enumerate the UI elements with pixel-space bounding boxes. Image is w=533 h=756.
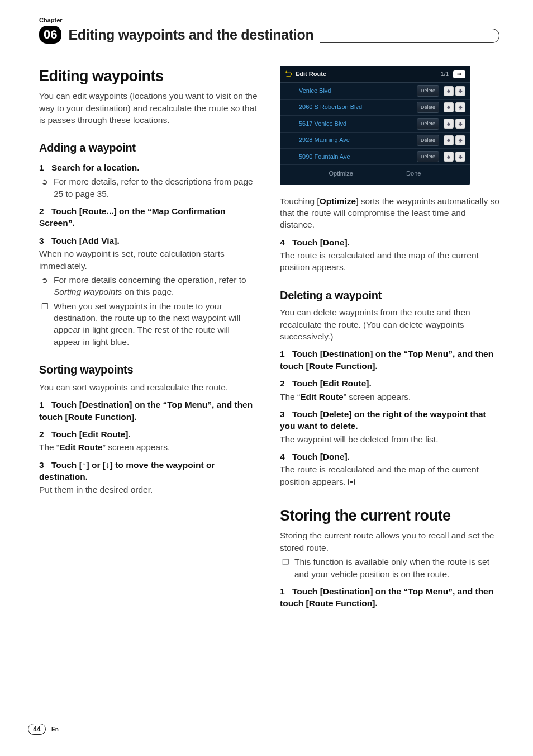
sorting-step-4: 4Touch [Done]. xyxy=(280,237,499,248)
adding-step-2-text: Touch [Route...] on the “Map Confirmatio… xyxy=(39,206,225,228)
adding-bullet-3b-text: When you set waypoints in the route to y… xyxy=(54,301,240,347)
deleting-step-1-text: Touch [Destination] on the “Top Menu”, a… xyxy=(280,349,493,370)
editing-intro: You can edit waypoints (locations you wa… xyxy=(39,90,259,126)
back-icon[interactable]: ⮌ xyxy=(284,69,292,79)
sorting-step-2-text: Touch [Edit Route]. xyxy=(51,429,131,439)
shot-footer: Optimize Done xyxy=(280,165,470,179)
down-icon[interactable]: ♣ xyxy=(455,135,465,145)
deleting-step-3-text: Touch [Delete] on the right of the waypo… xyxy=(280,409,486,431)
delete-button[interactable]: Delete xyxy=(417,151,439,162)
heading-editing-waypoints: Editing waypoints xyxy=(39,66,259,87)
delete-button[interactable]: Delete xyxy=(417,85,439,96)
up-icon[interactable]: ♠ xyxy=(444,135,454,145)
deleting-step-2: 2Touch [Edit Route]. xyxy=(280,377,499,389)
deleting-step-4: 4Touch [Done]. xyxy=(280,451,499,462)
storing-step-1-text: Touch [Destination] on the “Top Menu”, a… xyxy=(280,587,493,608)
adding-step-3-text: Touch [Add Via]. xyxy=(51,236,120,245)
left-column: Editing waypoints You can edit waypoints… xyxy=(39,66,259,609)
right-column: ⮌ Edit Route 1/1 ➟ Venice Blvd Delete ♠ … xyxy=(280,66,499,609)
sorting-intro: You can sort waypoints and recalculate t… xyxy=(39,381,259,393)
down-icon[interactable]: ♣ xyxy=(455,102,465,112)
up-icon[interactable]: ♠ xyxy=(444,152,454,162)
row-name[interactable]: Venice Blvd xyxy=(299,87,417,95)
adding-step-1: 1Search for a location. xyxy=(39,162,259,173)
page-number: 44 xyxy=(28,724,46,735)
pointer-icon: ➲ xyxy=(41,275,48,286)
heading-sorting-waypoints: Sorting waypoints xyxy=(39,362,259,378)
shot-row: 2928 Manning Ave Delete ♠ ♣ xyxy=(280,133,470,149)
adding-bullet-1-text: For more details, refer to the descripti… xyxy=(54,177,253,198)
adding-bullet-3b: ❐When you set waypoints in the route to … xyxy=(54,300,259,348)
shot-row: 2060 S Robertson Blvd Delete ♠ ♣ xyxy=(280,100,470,116)
heading-storing-route: Storing the current route xyxy=(280,505,499,526)
adding-bullet-3a: ➲For more details concerning the operati… xyxy=(54,274,259,298)
delete-button[interactable]: Delete xyxy=(417,102,439,113)
chapter-title: Editing waypoints and the destination xyxy=(68,27,313,43)
deleting-step-4-text: Touch [Done]. xyxy=(292,452,350,461)
storing-bullet-1: ❐This function is available only when th… xyxy=(294,556,499,580)
adding-step-2: 2Touch [Route...] on the “Map Confirmati… xyxy=(39,205,259,229)
deleting-intro: You can delete waypoints from the route … xyxy=(280,306,499,342)
deleting-step-1: 1Touch [Destination] on the “Top Menu”, … xyxy=(280,348,499,372)
sorting-step-4-body: The route is recalculated and the map of… xyxy=(280,249,499,273)
down-icon[interactable]: ♣ xyxy=(455,119,465,129)
deleting-step-2-text: Touch [Edit Route]. xyxy=(292,379,372,388)
shot-row: 5617 Venice Blvd Delete ♠ ♣ xyxy=(280,116,470,132)
row-name[interactable]: 5617 Venice Blvd xyxy=(299,120,417,128)
shot-header: ⮌ Edit Route 1/1 ➟ xyxy=(280,66,470,83)
chapter-header: 06 Editing waypoints and the destination xyxy=(39,26,499,44)
deleting-step-4-body: The route is recalculated and the map of… xyxy=(280,464,499,488)
chapter-number-badge: 06 xyxy=(39,26,61,44)
shot-row: Venice Blvd Delete ♠ ♣ xyxy=(280,83,470,99)
storing-intro: Storing the current route allows you to … xyxy=(280,530,499,554)
deleting-step-3: 3Touch [Delete] on the right of the wayp… xyxy=(280,408,499,432)
row-name[interactable]: 5090 Fountain Ave xyxy=(299,153,417,161)
up-icon[interactable]: ♠ xyxy=(444,86,454,96)
optimize-button[interactable]: Optimize xyxy=(329,169,353,178)
forward-icon[interactable]: ➟ xyxy=(453,70,465,78)
language-label: En xyxy=(51,726,59,733)
deleting-step-3-body: The waypoint will be deleted from the li… xyxy=(280,433,499,445)
adding-bullet-1: ➲For more details, refer to the descript… xyxy=(54,176,259,200)
page-footer: 44 En xyxy=(28,724,59,735)
sorting-step-3-text: Touch [↑] or [↓] to move the waypoint or… xyxy=(39,460,215,481)
down-icon[interactable]: ♣ xyxy=(455,86,465,96)
header-rule xyxy=(320,29,499,43)
storing-step-1: 1Touch [Destination] on the “Top Menu”, … xyxy=(280,585,499,609)
adding-step-3-body: When no waypoint is set, route calculati… xyxy=(39,248,259,272)
row-name[interactable]: 2060 S Robertson Blvd xyxy=(299,103,417,111)
up-icon[interactable]: ♠ xyxy=(444,102,454,112)
sorting-step-2-body: The “Edit Route” screen appears. xyxy=(39,441,259,453)
shot-pager: 1/1 xyxy=(441,70,449,78)
adding-bullet-3a-text: For more details concerning the operatio… xyxy=(54,275,246,296)
storing-bullet-1-text: This function is available only when the… xyxy=(294,557,489,578)
note-icon: ❐ xyxy=(282,557,289,568)
pointer-icon: ➲ xyxy=(41,177,48,187)
sorting-step-4-text: Touch [Done]. xyxy=(292,238,350,247)
chapter-label: Chapter xyxy=(39,17,499,23)
sorting-step-1: 1Touch [Destination] on the “Top Menu”, … xyxy=(39,399,259,423)
adding-step-3: 3Touch [Add Via]. xyxy=(39,235,259,247)
optimize-description: Touching [Optimize] sorts the waypoints … xyxy=(280,195,499,231)
row-name[interactable]: 2928 Manning Ave xyxy=(299,136,417,144)
shot-row: 5090 Fountain Ave Delete ♠ ♣ xyxy=(280,149,470,165)
delete-button[interactable]: Delete xyxy=(417,118,439,129)
note-icon: ❐ xyxy=(41,301,49,312)
sorting-step-3-body: Put them in the desired order. xyxy=(39,484,259,495)
up-icon[interactable]: ♠ xyxy=(444,119,454,129)
down-icon[interactable]: ♣ xyxy=(455,152,465,162)
adding-step-1-text: Search for a location. xyxy=(51,163,140,172)
deleting-step-2-body: The “Edit Route” screen appears. xyxy=(280,391,499,403)
done-button[interactable]: Done xyxy=(406,169,421,178)
edit-route-screenshot: ⮌ Edit Route 1/1 ➟ Venice Blvd Delete ♠ … xyxy=(280,66,470,185)
sorting-step-3: 3Touch [↑] or [↓] to move the waypoint o… xyxy=(39,459,259,483)
delete-button[interactable]: Delete xyxy=(417,135,439,146)
section-end-icon xyxy=(348,479,355,485)
sorting-step-1-text: Touch [Destination] on the “Top Menu”, a… xyxy=(39,400,253,421)
shot-title: Edit Route xyxy=(296,70,441,78)
heading-adding-waypoint: Adding a waypoint xyxy=(39,140,259,156)
heading-deleting-waypoint: Deleting a waypoint xyxy=(280,288,499,304)
sorting-step-2: 2Touch [Edit Route]. xyxy=(39,428,259,440)
